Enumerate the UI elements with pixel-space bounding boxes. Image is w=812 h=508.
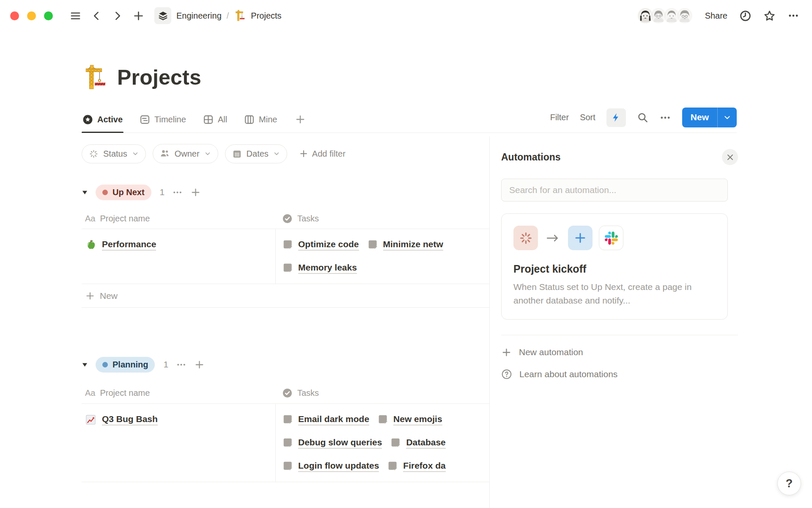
automations-lightning-icon[interactable]: [606, 108, 626, 127]
view-options-icon[interactable]: [659, 112, 671, 124]
add-view-icon[interactable]: [293, 110, 307, 133]
task-page-link[interactable]: Optimize code: [283, 236, 359, 254]
minimize-window-button[interactable]: [27, 11, 36, 20]
page-icon: [283, 414, 294, 425]
project-page-link[interactable]: Performance: [102, 239, 156, 251]
collapse-triangle-icon[interactable]: [82, 362, 88, 368]
breadcrumb: Engineering /: [154, 7, 282, 24]
updates-clock-icon[interactable]: [739, 10, 752, 22]
group-count: 1: [163, 359, 168, 370]
column-header-project-name[interactable]: Aa Project name: [82, 388, 275, 398]
avatar[interactable]: [676, 7, 693, 24]
calendar-icon: [232, 149, 242, 159]
page-icon: [368, 239, 379, 250]
automation-search-input[interactable]: [501, 179, 728, 202]
sort-button[interactable]: Sort: [580, 113, 595, 122]
chart-increasing-icon: [85, 414, 96, 425]
group-more-icon[interactable]: [176, 359, 187, 370]
filter-button[interactable]: Filter: [550, 113, 569, 122]
plus-icon: [568, 226, 593, 250]
star-circle-icon: [82, 114, 93, 125]
tab-all[interactable]: All: [202, 110, 228, 133]
table-row: Q3 Bug Bash Email dark mode New emojis D…: [82, 403, 489, 482]
task-page-link[interactable]: Debug slow queries: [283, 434, 382, 452]
task-page-link[interactable]: Database: [390, 434, 445, 452]
new-button[interactable]: New: [682, 108, 717, 127]
new-split-button: New: [682, 108, 737, 127]
tab-timeline[interactable]: Timeline: [139, 110, 187, 133]
add-filter-button[interactable]: Add filter: [299, 149, 346, 159]
group-planning: Planning 1 Aa Project name: [82, 355, 489, 482]
status-burst-icon: [513, 226, 538, 250]
collapse-triangle-icon[interactable]: [82, 189, 88, 196]
text-property-icon: Aa: [85, 214, 95, 224]
column-header-label: Project name: [100, 214, 150, 224]
more-options-icon[interactable]: [787, 10, 799, 22]
search-icon[interactable]: [637, 112, 648, 123]
crane-icon[interactable]: [82, 64, 108, 91]
teamspace-icon[interactable]: [154, 7, 171, 24]
page-icon: [387, 461, 398, 472]
tab-mine[interactable]: Mine: [243, 110, 278, 133]
task-page-link[interactable]: Memory leaks: [283, 259, 357, 277]
task-page-link[interactable]: Email dark mode: [283, 411, 369, 428]
status-dot: [102, 362, 108, 367]
task-page-link[interactable]: Login flow updates: [283, 457, 379, 475]
tasks-cell: Email dark mode New emojis Debug slow qu…: [275, 404, 489, 482]
new-row-label: New: [100, 291, 118, 301]
filter-chip-status[interactable]: Status: [82, 144, 146, 163]
page-title[interactable]: Projects: [82, 64, 812, 91]
app-window: Engineering /: [0, 0, 812, 508]
chevron-down-icon: [273, 150, 280, 157]
text-property-icon: Aa: [85, 388, 95, 398]
check-circle-icon: [282, 388, 293, 398]
status-dot: [102, 190, 108, 195]
tasks-cell: Optimize code Minimize netw Memory leaks: [275, 229, 489, 284]
table-row: Performance Optimize code Minimize netw …: [82, 229, 489, 284]
breadcrumb-workspace[interactable]: Engineering: [176, 11, 222, 21]
topbar: Engineering /: [0, 0, 812, 31]
breadcrumb-page[interactable]: Projects: [251, 11, 281, 21]
project-page-link[interactable]: Q3 Bug Bash: [102, 414, 158, 425]
page-title-text[interactable]: Projects: [117, 65, 201, 90]
group-more-icon[interactable]: [172, 187, 183, 198]
share-button[interactable]: Share: [705, 11, 727, 21]
new-automation-button[interactable]: New automation: [501, 341, 812, 363]
tab-active[interactable]: Active: [82, 110, 123, 133]
automation-card[interactable]: Project kickoff When Status set to Up Ne…: [501, 213, 728, 320]
new-button-caret[interactable]: [717, 108, 737, 127]
group-add-icon[interactable]: [194, 359, 205, 370]
task-page-link[interactable]: Firefox da: [387, 457, 445, 475]
people-icon: [160, 149, 170, 159]
arrow-right-icon: [545, 231, 560, 246]
tab-label: Mine: [259, 115, 277, 124]
group-add-icon[interactable]: [190, 187, 201, 198]
favorite-star-icon[interactable]: [763, 10, 776, 22]
chevron-down-icon: [132, 150, 139, 157]
column-header-label: Tasks: [297, 388, 319, 398]
filter-chip-owner[interactable]: Owner: [153, 144, 218, 163]
add-filter-label: Add filter: [312, 149, 346, 159]
column-header-project-name[interactable]: Aa Project name: [82, 214, 275, 224]
column-header-label: Project name: [100, 388, 150, 398]
automation-card-title: Project kickoff: [513, 263, 716, 275]
back-icon[interactable]: [91, 11, 102, 21]
status-badge[interactable]: Planning: [96, 357, 155, 373]
group-count: 1: [160, 187, 165, 197]
new-page-icon[interactable]: [133, 10, 144, 22]
sidebar-menu-icon[interactable]: [70, 10, 81, 22]
task-page-link[interactable]: Minimize netw: [368, 236, 443, 254]
learn-about-automations-link[interactable]: Learn about automations: [501, 363, 812, 385]
column-header-tasks[interactable]: Tasks: [275, 213, 489, 224]
zoom-window-button[interactable]: [44, 11, 53, 20]
filter-chip-dates[interactable]: Dates: [225, 144, 287, 163]
help-button[interactable]: ?: [777, 472, 801, 495]
new-row-button[interactable]: New: [82, 284, 489, 308]
column-header-tasks[interactable]: Tasks: [275, 388, 489, 398]
forward-icon[interactable]: [112, 11, 123, 21]
status-badge[interactable]: Up Next: [96, 185, 151, 200]
close-icon[interactable]: [722, 149, 738, 165]
table-icon: [203, 114, 214, 125]
close-window-button[interactable]: [10, 11, 19, 20]
task-page-link[interactable]: New emojis: [378, 411, 442, 428]
